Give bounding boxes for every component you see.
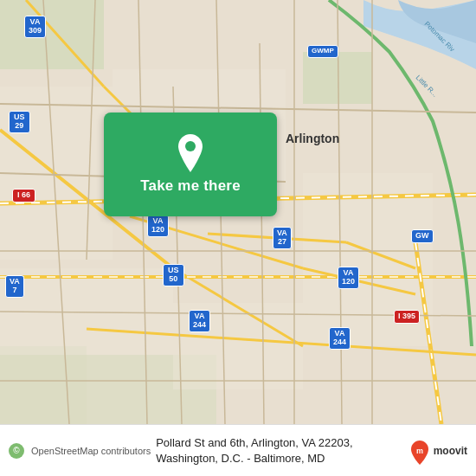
- take-me-there-button[interactable]: Take me there: [104, 113, 277, 216]
- shield-va244b: VA244: [329, 327, 351, 350]
- shield-gw: GW: [411, 229, 434, 243]
- location-pin-icon: [175, 134, 206, 172]
- shield-i66: I 66: [12, 189, 35, 203]
- shield-gwmp: GWMP: [307, 45, 338, 58]
- osm-attribution: OpenStreetMap contributors: [31, 446, 151, 456]
- shield-us50: US50: [163, 264, 184, 286]
- shield-i395: I 395: [394, 310, 420, 324]
- osm-circle: ©: [9, 443, 24, 459]
- footer: © OpenStreetMap contributors Pollard St …: [0, 424, 476, 476]
- shield-va27: VA27: [273, 227, 292, 249]
- moovit-logo: m moovit: [406, 437, 467, 465]
- take-me-there-label: Take me there: [140, 177, 241, 195]
- svg-text:Arlington: Arlington: [286, 132, 339, 145]
- shield-va120b: VA120: [338, 267, 359, 289]
- shield-va244a: VA244: [189, 310, 210, 332]
- address-text: Pollard St and 6th, Arlington, VA 22203,…: [156, 435, 398, 466]
- svg-point-42: [185, 141, 196, 151]
- svg-rect-3: [0, 346, 87, 424]
- shield-va120a: VA120: [147, 215, 169, 237]
- shield-va309: VA309: [24, 16, 46, 38]
- shield-va7: VA7: [5, 275, 24, 298]
- moovit-text: moovit: [434, 445, 467, 457]
- shield-us29: US29: [9, 111, 30, 133]
- moovit-icon: m: [406, 437, 434, 465]
- svg-text:m: m: [416, 447, 423, 455]
- svg-rect-1: [0, 0, 104, 69]
- osm-logo: ©: [9, 443, 24, 459]
- map-view: Arlington Little R... Potomac Riv VA309 …: [0, 0, 476, 424]
